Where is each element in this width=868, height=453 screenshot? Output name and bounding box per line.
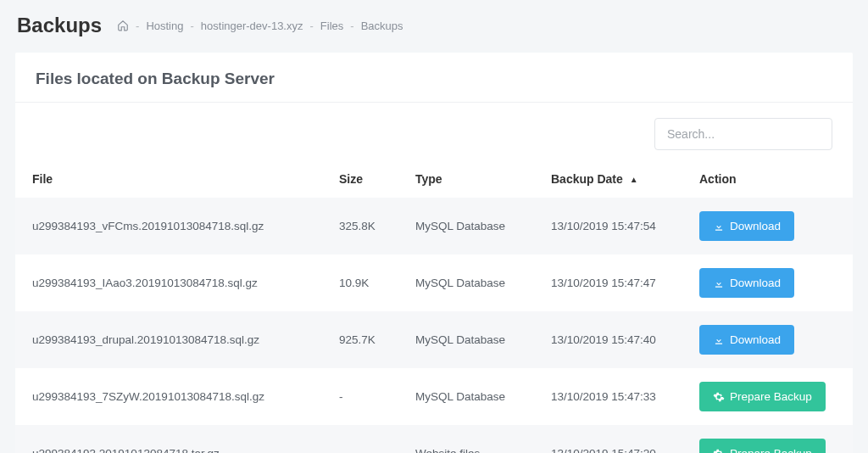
backups-table: File Size Type Backup Date ▲ Action u299… [15, 164, 853, 453]
table-row: u299384193_IAao3.20191013084718.sql.gz10… [15, 254, 853, 311]
home-icon[interactable] [117, 20, 129, 31]
page-header: Backups - Hosting - hostinger-dev-13.xyz… [0, 0, 868, 46]
breadcrumb: - Hosting - hostinger-dev-13.xyz - Files… [117, 20, 403, 32]
cell-date: 13/10/2019 15:47:33 [541, 368, 689, 425]
prepare-backup-button[interactable]: Prepare Backup [699, 439, 826, 453]
sort-ascending-icon: ▲ [630, 175, 638, 184]
cell-file: u299384193_drupal.20191013084718.sql.gz [15, 311, 329, 368]
cell-type: Website files [405, 425, 541, 453]
column-date-label: Backup Date [551, 172, 623, 186]
cell-action: Prepare Backup [689, 425, 853, 453]
breadcrumb-separator: - [309, 20, 313, 32]
gear-icon [713, 448, 725, 454]
breadcrumb-item-backups: Backups [361, 20, 403, 32]
cell-action: Download [689, 311, 853, 368]
download-icon [713, 334, 725, 346]
download-icon [713, 221, 725, 232]
cell-type: MySQL Database [405, 198, 541, 254]
cell-action: Download [689, 254, 853, 311]
cell-action: Download [689, 198, 853, 254]
table-header-row: File Size Type Backup Date ▲ Action [15, 164, 853, 198]
backups-card: Files located on Backup Server File Size… [15, 53, 853, 453]
download-label: Download [730, 277, 781, 289]
cell-type: MySQL Database [405, 368, 541, 425]
cell-file: u299384193_vFCms.20191013084718.sql.gz [15, 198, 329, 254]
cell-size: 925.7K [329, 311, 405, 368]
column-size[interactable]: Size [329, 164, 405, 198]
breadcrumb-separator: - [350, 20, 353, 32]
column-size-label: Size [339, 172, 363, 186]
breadcrumb-item-files[interactable]: Files [320, 20, 343, 32]
table-row: u299384193_vFCms.20191013084718.sql.gz32… [15, 198, 853, 254]
table-row: u299384193_7SZyW.20191013084718.sql.gz-M… [15, 368, 853, 425]
cell-size: 10.9K [329, 254, 405, 311]
download-label: Download [730, 333, 781, 346]
table-row: u299384193.20191013084718.tar.gz-Website… [15, 425, 853, 453]
breadcrumb-item-domain[interactable]: hostinger-dev-13.xyz [201, 20, 303, 32]
column-action: Action [689, 164, 853, 198]
cell-type: MySQL Database [405, 311, 541, 368]
breadcrumb-separator: - [136, 20, 139, 32]
download-button[interactable]: Download [699, 325, 794, 355]
cell-size: 325.8K [329, 198, 405, 254]
download-label: Download [730, 220, 781, 232]
page-title: Backups [17, 14, 102, 37]
download-icon [713, 277, 725, 289]
column-type-label: Type [415, 172, 442, 186]
breadcrumb-separator: - [190, 20, 193, 32]
cell-file: u299384193.20191013084718.tar.gz [15, 425, 329, 453]
prepare-label: Prepare Backup [730, 447, 812, 453]
column-type[interactable]: Type [405, 164, 541, 198]
column-file[interactable]: File [15, 164, 329, 198]
cell-date: 13/10/2019 15:47:47 [541, 254, 689, 311]
column-action-label: Action [699, 172, 737, 186]
cell-size: - [329, 425, 405, 453]
prepare-label: Prepare Backup [730, 390, 812, 403]
download-button[interactable]: Download [699, 211, 794, 241]
cell-size: - [329, 368, 405, 425]
search-input[interactable] [654, 118, 832, 150]
gear-icon [713, 391, 725, 403]
table-toolbar [15, 103, 853, 164]
cell-action: Prepare Backup [689, 368, 853, 425]
prepare-backup-button[interactable]: Prepare Backup [699, 382, 826, 411]
card-title: Files located on Backup Server [15, 53, 853, 103]
breadcrumb-item-hosting[interactable]: Hosting [146, 20, 183, 32]
cell-date: 13/10/2019 15:47:54 [541, 198, 689, 254]
cell-type: MySQL Database [405, 254, 541, 311]
cell-file: u299384193_7SZyW.20191013084718.sql.gz [15, 368, 329, 425]
cell-file: u299384193_IAao3.20191013084718.sql.gz [15, 254, 329, 311]
cell-date: 13/10/2019 15:47:20 [541, 425, 689, 453]
column-date[interactable]: Backup Date ▲ [541, 164, 689, 198]
cell-date: 13/10/2019 15:47:40 [541, 311, 689, 368]
table-row: u299384193_drupal.20191013084718.sql.gz9… [15, 311, 853, 368]
download-button[interactable]: Download [699, 268, 794, 298]
column-file-label: File [32, 172, 53, 186]
